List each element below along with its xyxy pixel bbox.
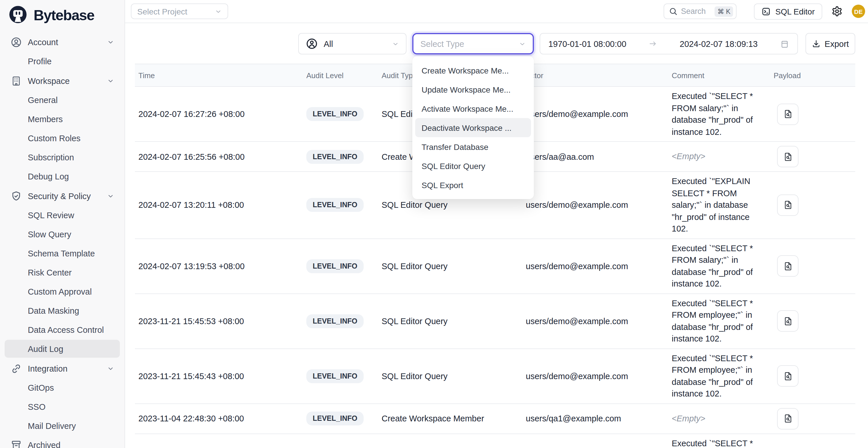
cell-comment: Executed `"SELECT * FROM employee;"` in … xyxy=(672,297,774,345)
type-menu-option[interactable]: Create Workspace Me... xyxy=(412,61,534,80)
sidebar-item-label: Custom Roles xyxy=(28,133,81,143)
cell-audit-type: SQL Editor Query xyxy=(381,316,526,326)
cell-comment: Executed `"SELECT * FROM employee;"` in … xyxy=(672,352,774,400)
chevron-down-icon xyxy=(107,38,114,45)
payload-view-button[interactable] xyxy=(777,408,799,429)
cell-comment: Executed `"SELECT * FROM salary;"` in da… xyxy=(672,90,774,138)
type-filter-dropdown[interactable]: Select Type xyxy=(412,33,534,55)
terminal-icon xyxy=(762,7,771,16)
sidebar-nav: Account Profile Workspace xyxy=(0,30,124,448)
table-row: 2023-11-04 01:06:24 +08:00 LEVEL_INFO SQ… xyxy=(135,434,855,448)
sidebar-item[interactable]: GitOps xyxy=(5,379,120,396)
sidebar-item[interactable]: Audit Log xyxy=(5,340,120,358)
sidebar-item[interactable]: General xyxy=(5,91,120,109)
sidebar-item[interactable]: Custom Approval xyxy=(5,283,120,300)
audit-log-page: All Select Type 1970-01-01 08:00:00 2024… xyxy=(125,23,868,448)
type-menu-option[interactable]: Update Workspace Me... xyxy=(412,80,534,99)
sidebar-item[interactable]: Slow Query xyxy=(5,225,120,243)
filter-bar: All Select Type 1970-01-01 08:00:00 2024… xyxy=(298,33,798,55)
file-search-icon xyxy=(783,200,793,211)
search-box[interactable]: ⌘ K xyxy=(663,3,737,19)
export-button[interactable]: Export xyxy=(805,33,855,55)
audit-level-badge: LEVEL_INFO xyxy=(306,198,364,212)
audit-level-badge: LEVEL_INFO xyxy=(306,150,364,163)
sidebar-item-label: Risk Center xyxy=(28,268,72,277)
table-row: 2024-02-07 13:19:53 +08:00 LEVEL_INFO SQ… xyxy=(135,239,855,294)
audit-level-badge: LEVEL_INFO xyxy=(306,369,364,383)
payload-view-button[interactable] xyxy=(777,194,799,216)
select-project-dropdown[interactable]: Select Project xyxy=(131,3,228,19)
user-circle-icon xyxy=(10,36,22,48)
sidebar-item[interactable]: Data Access Control xyxy=(5,321,120,339)
type-menu-option[interactable]: SQL Editor Query xyxy=(412,156,534,175)
audit-level-badge: LEVEL_INFO xyxy=(306,259,364,273)
audit-level-badge: LEVEL_INFO xyxy=(306,314,364,328)
cell-audit-type: SQL Editor Query xyxy=(381,261,526,270)
sidebar-item-label: Custom Approval xyxy=(28,287,92,296)
sidebar-item[interactable]: SSO xyxy=(5,398,120,416)
sidebar-item[interactable]: Risk Center xyxy=(5,263,120,281)
type-menu-option[interactable]: Deactivate Workspace ... xyxy=(415,118,531,137)
sidebar-item[interactable]: Custom Roles xyxy=(5,129,120,147)
type-menu-option[interactable]: SQL Export xyxy=(412,175,534,194)
sidebar-item[interactable]: Members xyxy=(5,110,120,128)
chevron-down-icon xyxy=(519,40,526,47)
payload-view-button[interactable] xyxy=(777,255,799,277)
sidebar-item[interactable]: Mail Delivery xyxy=(5,417,120,435)
sidebar-item-label: Debug Log xyxy=(28,171,69,181)
cell-comment: Executed `"SELECT * FROM department;"` i… xyxy=(672,437,774,448)
table-column-header: Audit Level xyxy=(306,71,381,79)
topbar-right: ⌘ K SQL Editor DE xyxy=(663,3,868,20)
sidebar-item[interactable]: Profile xyxy=(5,52,120,70)
sidebar-item[interactable]: Debug Log xyxy=(5,167,120,185)
payload-view-button[interactable] xyxy=(777,365,799,387)
sidebar: Bytebase Account Profile xyxy=(0,0,125,448)
date-from-value[interactable]: 1970-01-01 08:00:00 xyxy=(548,39,626,48)
sidebar-item[interactable]: Security & Policy xyxy=(5,187,120,205)
sidebar-item-label: Security & Policy xyxy=(28,191,91,200)
chevron-down-icon xyxy=(392,40,399,47)
cell-actor: users/aa@aa.com xyxy=(526,152,672,161)
sidebar-item[interactable]: Data Masking xyxy=(5,301,120,320)
user-avatar[interactable]: DE xyxy=(852,5,865,18)
cell-time: 2023-11-21 15:45:53 +08:00 xyxy=(135,316,306,326)
gear-icon[interactable] xyxy=(832,6,842,17)
audit-level-badge: LEVEL_INFO xyxy=(306,412,364,425)
payload-view-button[interactable] xyxy=(777,146,799,167)
sidebar-item[interactable]: Archived xyxy=(5,436,120,448)
sidebar-item[interactable]: Workspace xyxy=(5,72,120,90)
sidebar-item[interactable]: Account xyxy=(5,33,120,51)
sidebar-item-label: SQL Review xyxy=(28,211,74,220)
actor-filter-value: All xyxy=(324,39,333,48)
date-range-picker[interactable]: 1970-01-01 08:00:00 2024-02-07 18:09:13 xyxy=(540,33,798,55)
payload-view-button[interactable] xyxy=(777,103,799,125)
file-search-icon xyxy=(783,261,793,271)
search-input[interactable] xyxy=(681,7,711,15)
table-row: 2023-11-21 15:45:43 +08:00 LEVEL_INFO SQ… xyxy=(135,349,855,404)
date-to-value[interactable]: 2024-02-07 18:09:13 xyxy=(680,39,758,48)
sidebar-item-label: Data Masking xyxy=(28,306,79,315)
bytebase-logo[interactable]: Bytebase xyxy=(0,0,124,30)
cell-comment: <Empty> xyxy=(672,151,774,163)
file-search-icon xyxy=(783,151,793,162)
sidebar-item-label: Members xyxy=(28,114,63,124)
table-row: 2023-11-04 22:48:30 +08:00 LEVEL_INFO Cr… xyxy=(135,404,855,434)
sidebar-item[interactable]: Subscription xyxy=(5,148,120,166)
sidebar-item-label: Schema Template xyxy=(28,249,95,258)
sidebar-item-label: Slow Query xyxy=(28,229,71,239)
type-menu-option[interactable]: Activate Workspace Me... xyxy=(412,99,534,118)
sql-editor-button[interactable]: SQL Editor xyxy=(754,3,822,20)
cell-audit-type: SQL Editor Query xyxy=(381,371,526,381)
sidebar-item-label: Account xyxy=(28,37,58,46)
file-search-icon xyxy=(783,413,793,424)
sidebar-item-label: Audit Log xyxy=(28,344,63,353)
search-icon xyxy=(669,7,678,15)
sidebar-item-label: Mail Delivery xyxy=(28,421,76,430)
sidebar-item[interactable]: Integration xyxy=(5,359,120,377)
sidebar-item[interactable]: Schema Template xyxy=(5,244,120,262)
sidebar-item[interactable]: SQL Review xyxy=(5,206,120,224)
actor-filter-dropdown[interactable]: All xyxy=(298,33,406,55)
type-menu-option[interactable]: Transfer Database xyxy=(412,137,534,156)
select-project-label: Select Project xyxy=(137,7,187,16)
payload-view-button[interactable] xyxy=(777,310,799,332)
